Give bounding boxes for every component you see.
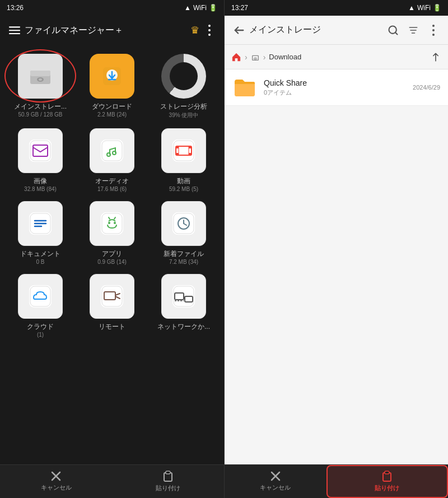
svg-point-43: [108, 222, 110, 224]
grid-item-video[interactable]: 動画 59.2 MB (5): [152, 128, 215, 192]
right-panel-title: メインストレージ: [249, 24, 383, 36]
bottom-bar-left: キャンセル 貼り付け: [0, 464, 224, 498]
bottom-bar-right: キャンセル 貼り付け: [225, 464, 448, 498]
cancel-right-label: キャンセル: [260, 483, 291, 492]
svg-rect-1: [9, 30, 20, 31]
grid-item-audio[interactable]: オーディオ 17.6 MB (6): [81, 128, 143, 192]
apps-sub: 0.9 GB (14): [97, 259, 127, 265]
svg-rect-31: [189, 153, 192, 155]
back-button[interactable]: [229, 20, 249, 40]
main-storage-icon: [18, 54, 63, 99]
search-button[interactable]: [383, 20, 403, 40]
svg-point-77: [432, 25, 435, 27]
svg-rect-0: [9, 26, 20, 27]
grid-item-apps[interactable]: アプリ 0.9 GB (14): [81, 201, 143, 265]
video-sub: 59.2 MB (5): [169, 186, 198, 192]
right-top-bar: メインストレージ: [225, 16, 448, 45]
apps-label: アプリ: [102, 249, 122, 259]
grid-item-remote[interactable]: リモート: [81, 274, 143, 338]
storage-analysis-sub: 39% 使用中: [169, 111, 199, 119]
download-sub: 2.2 MB (24): [97, 111, 127, 118]
grid-item-storage-analysis[interactable]: ストレージ分析 39% 使用中: [152, 54, 215, 119]
svg-point-3: [208, 25, 211, 27]
video-icon: [161, 128, 206, 173]
cloud-label: クラウド: [27, 322, 54, 332]
grid-item-main-storage[interactable]: メインストレー... 50.9 GB / 128 GB: [9, 54, 72, 119]
breadcrumb-bar: › › Download: [225, 45, 448, 69]
filter-button[interactable]: [403, 20, 423, 40]
main-storage-sub: 50.9 GB / 128 GB: [18, 111, 63, 118]
svg-point-83: [255, 58, 256, 59]
cancel-button-right[interactable]: キャンセル: [225, 465, 326, 498]
images-label: 画像: [34, 176, 47, 186]
breadcrumb-download[interactable]: Download: [269, 53, 301, 61]
grid-item-documents[interactable]: ドキュメント 0 B: [9, 201, 72, 265]
right-time: 13:27: [231, 4, 248, 12]
main-storage-label: メインストレー...: [14, 102, 67, 111]
left-status-bar: 13:26 ▲ WiFi 🔋: [0, 0, 224, 16]
svg-point-79: [432, 34, 435, 36]
home-icon[interactable]: [231, 52, 241, 62]
menu-icon[interactable]: [4, 20, 25, 40]
file-name: Quick Share: [264, 78, 413, 87]
network-label: ネットワークか...: [157, 322, 210, 332]
breadcrumb-storage-icon: [251, 53, 260, 62]
breadcrumb-sep1: ›: [245, 53, 248, 62]
svg-point-5: [208, 34, 211, 36]
svg-rect-7: [30, 71, 50, 76]
file-item-quick-share[interactable]: Quick Share 0アイテム 2024/6/29: [225, 69, 448, 106]
svg-rect-87: [385, 471, 389, 474]
svg-point-9: [39, 78, 42, 81]
apps-icon: [90, 201, 134, 246]
grid-item-images[interactable]: 画像 32.8 MB (84): [9, 128, 72, 192]
right-status-icons: ▲ WiFi 🔋: [408, 4, 441, 12]
sort-button[interactable]: [430, 52, 441, 63]
left-app-title: ファイルマネージャー＋: [25, 25, 190, 36]
grid-item-cloud[interactable]: クラウド (1): [9, 274, 72, 338]
audio-label: オーディオ: [95, 176, 129, 186]
folder-icon: [232, 75, 257, 100]
cancel-button-left[interactable]: キャンセル: [0, 465, 112, 498]
svg-rect-29: [176, 153, 179, 155]
network-icon: [161, 274, 206, 319]
cloud-sub: (1): [37, 332, 44, 338]
cloud-icon: [18, 274, 63, 319]
cancel-left-label: キャンセル: [41, 483, 72, 492]
file-meta: 0アイテム: [264, 89, 413, 97]
remote-icon: [90, 274, 134, 319]
storage-analysis-icon: [161, 54, 206, 99]
remote-label: リモート: [99, 322, 125, 332]
documents-label: ドキュメント: [20, 249, 60, 259]
breadcrumb-sep2: ›: [263, 53, 266, 62]
paste-button-right[interactable]: 貼り付け: [326, 465, 449, 498]
svg-rect-54: [29, 285, 52, 308]
svg-rect-28: [176, 146, 179, 148]
paste-right-label: 貼り付け: [375, 484, 399, 492]
documents-sub: 0 B: [36, 259, 44, 265]
paste-left-label: 貼り付け: [156, 484, 180, 492]
download-icon-container: [90, 54, 134, 99]
recent-files-label: 新着ファイル: [164, 249, 204, 259]
storage-analysis-label: ストレージ分析: [160, 102, 207, 111]
download-label: ダウンロード: [92, 102, 132, 111]
crown-icon: ♛: [190, 24, 199, 36]
svg-rect-80: [235, 58, 238, 61]
more-menu-icon[interactable]: [199, 20, 220, 40]
paste-button-left[interactable]: 貼り付け: [112, 465, 224, 498]
documents-icon: [18, 201, 63, 246]
grid-item-download[interactable]: ダウンロード 2.2 MB (24): [81, 54, 143, 119]
svg-point-44: [114, 222, 116, 224]
grid-item-recent-files[interactable]: 新着ファイル 7.2 MB (34): [152, 201, 215, 265]
file-info: Quick Share 0アイテム: [264, 78, 413, 97]
svg-point-78: [432, 29, 435, 31]
file-list: Quick Share 0アイテム 2024/6/29: [225, 69, 448, 464]
recent-files-sub: 7.2 MB (34): [169, 259, 198, 265]
svg-rect-2: [9, 33, 20, 34]
right-more-icon[interactable]: [423, 20, 444, 40]
svg-rect-20: [101, 139, 123, 162]
file-grid: メインストレー... 50.9 GB / 128 GB ダウンロード 2.2 M…: [0, 45, 224, 464]
images-sub: 32.8 MB (84): [24, 186, 57, 192]
grid-item-network[interactable]: ネットワークか...: [152, 274, 215, 338]
recent-files-icon: [161, 201, 206, 246]
images-icon: [18, 128, 63, 173]
